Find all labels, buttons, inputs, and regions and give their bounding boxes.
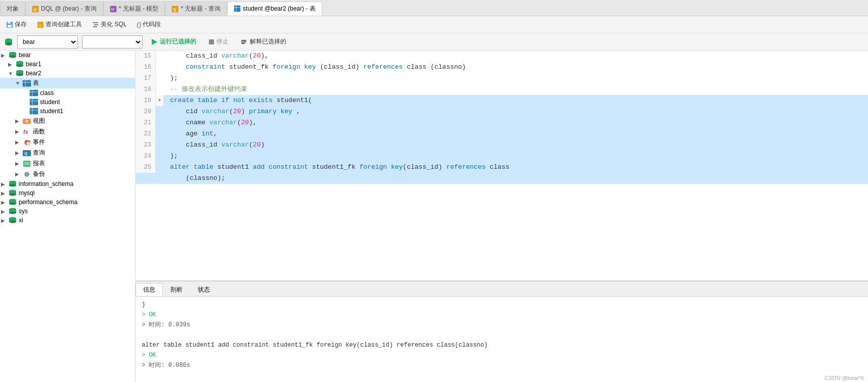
result-line-7: > 时间: 0.086s xyxy=(142,360,862,370)
line-num-15: 15 xyxy=(136,51,156,62)
events-arrow: ▶ xyxy=(15,139,22,145)
sidebar-item-queries[interactable]: ▶ Q 查询 xyxy=(0,148,135,158)
line-num-16: 16 xyxy=(136,62,156,73)
views-icon xyxy=(22,118,31,125)
run-button[interactable]: 运行已选择的 xyxy=(147,36,200,47)
student-tab-label: student @bear2 (bear) - 表 xyxy=(243,5,316,13)
sidebar-item-backup[interactable]: ▶ 备份 xyxy=(0,169,135,179)
bear-root-arrow: ▶ xyxy=(1,53,8,58)
sidebar-item-views[interactable]: ▶ 视图 xyxy=(0,116,135,126)
watermark-text: CSDN @bear*6 xyxy=(824,375,864,381)
explain-button[interactable]: 解释已选择的 xyxy=(237,36,290,47)
line-content-25: alter table student1 add constraint stud… xyxy=(164,162,868,173)
svg-point-59 xyxy=(9,184,16,187)
svg-text:Q: Q xyxy=(38,23,41,27)
code-block-button[interactable]: () 代码段 xyxy=(135,19,163,30)
sidebar-item-bear1[interactable]: ▶ bear1 xyxy=(0,60,135,69)
svg-point-71 xyxy=(9,221,16,223)
query-tool-button[interactable]: Q 查询创建工具 xyxy=(35,19,84,30)
events-icon: ⏰ xyxy=(22,139,31,146)
tab-student[interactable]: student @bear2 (bear) - 表 xyxy=(227,2,322,16)
sidebar-item-student1[interactable]: student1 xyxy=(0,107,135,116)
svg-rect-53 xyxy=(23,161,30,167)
stop-button[interactable]: 停止 xyxy=(204,36,233,47)
stop-label: 停止 xyxy=(216,37,229,46)
line-content-19: create table if not exists student1( xyxy=(164,95,868,106)
class-table-icon xyxy=(29,89,38,97)
line-num-18: 18 xyxy=(136,84,156,95)
line-num-23: 23 xyxy=(136,139,156,151)
db-selector-1[interactable]: bear xyxy=(17,35,78,49)
dql-tab-label: DQL @ (bear) - 查询 xyxy=(41,5,97,13)
bottom-tab-info[interactable]: 信息 xyxy=(136,283,163,296)
events-label: 事件 xyxy=(33,138,45,147)
xl-arrow: ▶ xyxy=(1,218,8,223)
save-button[interactable]: 保存 xyxy=(4,19,29,30)
svg-rect-37 xyxy=(30,90,38,96)
line-num-20: 20 xyxy=(136,106,156,117)
bottom-tab-profiling[interactable]: 剖析 xyxy=(163,283,190,296)
db-selector-2[interactable] xyxy=(82,35,143,49)
sidebar-item-reports[interactable]: ▶ 报表 xyxy=(0,158,135,169)
functions-icon: fx xyxy=(22,128,31,135)
code-line-15: 15 class_id varchar(20), xyxy=(136,51,868,62)
sidebar-item-events[interactable]: ▶ ⏰ 事件 xyxy=(0,137,135,148)
svg-rect-40 xyxy=(30,99,38,105)
code-line-24: 24 ); xyxy=(136,151,868,162)
sidebar-item-bear-root[interactable]: ▶ bear xyxy=(0,51,135,60)
explain-icon xyxy=(241,38,248,45)
line-content-17: ); xyxy=(164,73,868,84)
info-schema-label: information_schema xyxy=(19,180,73,187)
student-table-icon xyxy=(29,99,38,106)
svg-point-33 xyxy=(16,74,23,76)
sidebar-item-class[interactable]: class xyxy=(0,88,135,98)
svg-marker-20 xyxy=(152,39,157,45)
svg-point-65 xyxy=(9,203,16,205)
toolbar: 保存 Q 查询创建工具 美化 SQL () 代码段 xyxy=(0,16,868,33)
perf-schema-label: performance_schema xyxy=(19,199,77,206)
tab-query2[interactable]: Q * 无标题 - 查询 xyxy=(165,2,227,16)
bottom-tab-status[interactable]: 状态 xyxy=(190,283,218,296)
query2-tab-label: * 无标题 - 查询 xyxy=(181,5,221,13)
functions-arrow: ▶ xyxy=(15,129,22,134)
bear-root-label: bear xyxy=(19,52,31,59)
line-content-23: class_id varchar(20) xyxy=(164,139,868,151)
perf-schema-icon xyxy=(8,199,17,206)
sidebar-item-student[interactable]: student xyxy=(0,98,135,107)
explain-label: 解释已选择的 xyxy=(250,37,286,46)
sidebar-item-xl[interactable]: ▶ xl xyxy=(0,216,135,225)
table-group-label: 表 xyxy=(33,79,39,87)
functions-label: 函数 xyxy=(33,127,45,136)
sidebar-item-information-schema[interactable]: ▶ information_schema xyxy=(0,179,135,188)
result-line-3: > 时间: 0.039s xyxy=(142,320,862,330)
sidebar-item-bear2[interactable]: ▼ bear2 xyxy=(0,69,135,78)
backup-label: 备份 xyxy=(33,170,45,178)
bottom-panel: 信息 剖析 状态 ) > OK > 时间: 0.039s alter table… xyxy=(136,281,868,382)
class-label: class xyxy=(40,89,54,97)
tab-object[interactable]: 对象 xyxy=(0,2,25,16)
line-content-25-cont: (classno); xyxy=(164,173,868,184)
bear2-arrow: ▼ xyxy=(8,71,15,76)
tab-model[interactable]: M * 无标题 - 模型 xyxy=(103,2,165,16)
result-line-5: alter table student1 add constraint stud… xyxy=(142,340,862,350)
svg-rect-6 xyxy=(234,6,240,12)
svg-rect-24 xyxy=(241,43,245,44)
sidebar-item-performance-schema[interactable]: ▶ performance_schema xyxy=(0,198,135,207)
code-editor[interactable]: 15 class_id varchar(20), 16 constraint s… xyxy=(136,51,868,281)
sys-label: sys xyxy=(19,208,28,215)
sidebar-item-functions[interactable]: ▶ fx 函数 xyxy=(0,126,135,137)
sidebar-item-sys[interactable]: ▶ sys xyxy=(0,207,135,216)
svg-text:Q: Q xyxy=(33,7,36,12)
sidebar-item-table-group[interactable]: ▼ 表 xyxy=(0,78,135,88)
views-label: 视图 xyxy=(33,117,45,125)
bear2-label: bear2 xyxy=(26,70,41,77)
svg-rect-10 xyxy=(8,22,11,24)
svg-rect-23 xyxy=(241,41,246,42)
tab-dql[interactable]: Q DQL @ (bear) - 查询 xyxy=(25,2,103,16)
code-line-22: 22 age int, xyxy=(136,128,868,139)
sidebar-item-mysql[interactable]: ▶ mysql xyxy=(0,188,135,198)
code-line-20: 20 cid varchar(20) primary key , xyxy=(136,106,868,117)
backup-arrow: ▶ xyxy=(15,171,22,177)
code-line-21: 21 cname varchar(20), xyxy=(136,117,868,128)
beautify-button[interactable]: 美化 SQL xyxy=(90,19,128,30)
